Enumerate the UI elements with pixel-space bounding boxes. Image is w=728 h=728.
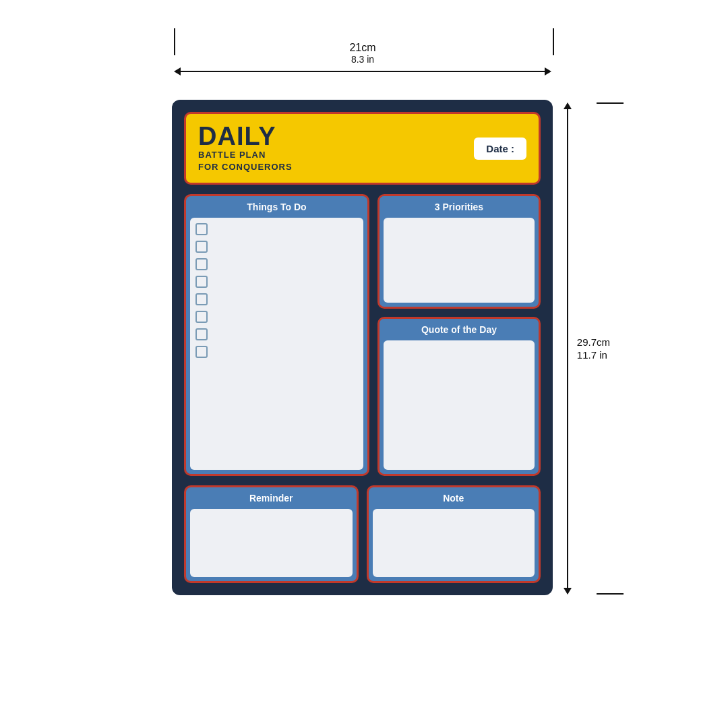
header-title: DAILY BATTLE PLAN FOR CONQUERORS bbox=[198, 123, 293, 173]
checkbox-4[interactable] bbox=[195, 276, 208, 288]
height-cm: 29.7cm bbox=[577, 336, 610, 348]
checkbox-5[interactable] bbox=[195, 293, 208, 305]
h-tick-bottom bbox=[597, 593, 624, 595]
checkbox-row-2 bbox=[195, 241, 358, 253]
checkbox-row-4 bbox=[195, 276, 358, 288]
checkbox-2[interactable] bbox=[195, 241, 208, 253]
checkbox-row-1 bbox=[195, 223, 358, 235]
quote-inner[interactable] bbox=[384, 340, 535, 470]
width-dimension: 21cm 8.3 in bbox=[174, 42, 551, 75]
height-dimension: 29.7cm 11.7 in bbox=[564, 102, 610, 595]
bottom-row: Reminder Note bbox=[184, 485, 541, 583]
things-to-do-label: Things To Do bbox=[186, 196, 367, 218]
subtitle-line1: BATTLE PLAN bbox=[198, 149, 293, 161]
things-to-do-section: Things To Do bbox=[184, 194, 369, 476]
reminder-label: Reminder bbox=[186, 487, 357, 509]
checkbox-1[interactable] bbox=[195, 223, 208, 235]
tick-left bbox=[174, 28, 175, 55]
arrow-head-up bbox=[564, 102, 572, 109]
v-line bbox=[567, 109, 568, 588]
checkbox-7[interactable] bbox=[195, 328, 208, 340]
note-section: Note bbox=[367, 485, 541, 583]
tick-right bbox=[553, 28, 554, 55]
width-cm: 21cm bbox=[349, 42, 375, 54]
checkbox-row-3 bbox=[195, 258, 358, 270]
card-header: DAILY BATTLE PLAN FOR CONQUERORS Date : bbox=[184, 112, 541, 185]
things-to-do-inner[interactable] bbox=[190, 218, 363, 470]
right-column: 3 Priorities Quote of the Day bbox=[377, 194, 541, 476]
checkbox-6[interactable] bbox=[195, 311, 208, 323]
checkbox-3[interactable] bbox=[195, 258, 208, 270]
height-in: 11.7 in bbox=[577, 349, 610, 361]
arrow-head-left bbox=[174, 67, 181, 75]
reminder-section: Reminder bbox=[184, 485, 359, 583]
h-tick-top bbox=[597, 102, 624, 104]
arrow-head-down bbox=[564, 588, 572, 595]
checkbox-8[interactable] bbox=[195, 346, 208, 358]
width-in: 8.3 in bbox=[351, 54, 374, 65]
subtitle-line2: FOR CONQUERORS bbox=[198, 161, 293, 173]
height-labels: 29.7cm 11.7 in bbox=[577, 336, 610, 361]
priorities-inner[interactable] bbox=[384, 218, 535, 303]
quote-section: Quote of the Day bbox=[377, 317, 541, 476]
daily-label: DAILY bbox=[198, 123, 293, 149]
checkbox-row-5 bbox=[195, 293, 358, 305]
content-row: Things To Do bbox=[184, 194, 541, 476]
reminder-inner[interactable] bbox=[190, 509, 353, 577]
daily-planner-card: DAILY BATTLE PLAN FOR CONQUERORS Date : … bbox=[172, 100, 553, 595]
checkbox-row-7 bbox=[195, 328, 358, 340]
priorities-label: 3 Priorities bbox=[380, 196, 539, 218]
priorities-section: 3 Priorities bbox=[377, 194, 541, 309]
note-inner[interactable] bbox=[373, 509, 535, 577]
note-label: Note bbox=[369, 487, 539, 509]
checkbox-row-6 bbox=[195, 311, 358, 323]
h-line bbox=[181, 71, 545, 72]
checkbox-row-8 bbox=[195, 346, 358, 358]
arrow-head-right bbox=[545, 67, 551, 75]
quote-label: Quote of the Day bbox=[380, 319, 539, 340]
date-box[interactable]: Date : bbox=[474, 138, 526, 160]
